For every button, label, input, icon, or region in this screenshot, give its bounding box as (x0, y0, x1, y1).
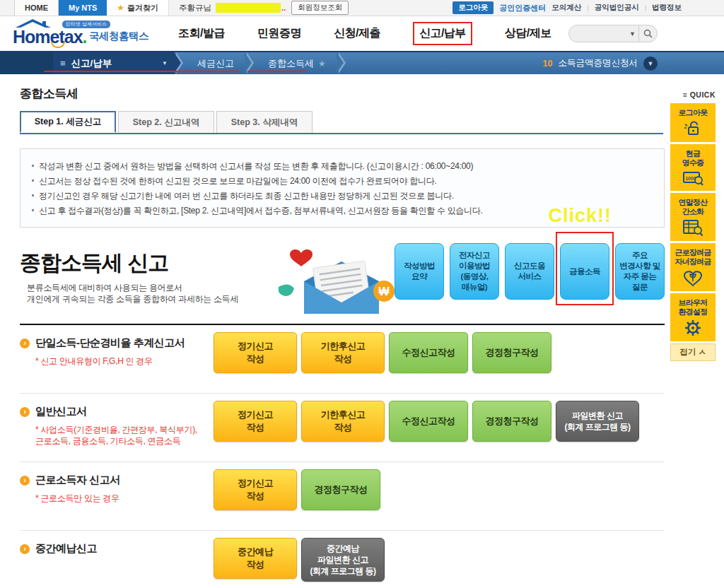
writing-method-summary-button[interactable]: 작성방법 요약 (395, 243, 444, 300)
my-nts-link[interactable]: My NTS (59, 0, 107, 16)
svg-text:₩: ₩ (378, 286, 390, 298)
nav-consult-report[interactable]: 상담/제보 (505, 26, 551, 41)
regular-report-button[interactable]: 정기신고 작성 (214, 469, 297, 510)
section-title: › 중간예납신고 (20, 542, 214, 555)
notice-line: 정기신고인 경우 해당 신고기한 내에 여러 번 신고를 하더라도 최종 신고한… (32, 189, 651, 204)
arrow-bullet-icon: › (20, 544, 30, 554)
expand-notice-button[interactable]: ▼ (643, 57, 658, 71)
hamburger-icon: ≡ (60, 58, 66, 69)
section-interim-prepayment: › 중간예납신고 중간예납 작성 중간예납 파일변환 신고 (회계 프로그램 등… (20, 531, 665, 588)
notice-rotator: 10 소득금액증명신청서 ▼ (543, 52, 724, 74)
regular-report-button[interactable]: 정기신고 작성 (214, 401, 297, 442)
red-underline-annotation (44, 71, 239, 72)
quick-cash-receipt[interactable]: 현금 영수증 1000 (670, 144, 716, 191)
nav-civil-cert[interactable]: 민원증명 (257, 26, 301, 41)
efiling-guide-button[interactable]: 전자신고 이용방법 (동영상, 매뉴얼) (450, 243, 499, 300)
top-utility-bar: HOME My NTS ★ 즐겨찾기 주황규님 .. 회원정보조회 로그아웃 공… (0, 0, 724, 16)
divider: | (587, 4, 588, 11)
caret-down-icon: ▼ (162, 60, 168, 66)
nav-inquiry-issue[interactable]: 조회/발급 (178, 26, 225, 41)
amended-report-button[interactable]: 수정신고작성 (389, 332, 468, 373)
favorites-link[interactable]: ★ 즐겨찾기 (107, 0, 169, 16)
correction-claim-button[interactable]: 경정청구작성 (301, 469, 380, 510)
arrow-bullet-icon: › (20, 339, 30, 348)
section-title: › 단일소득-단순경비율 추계신고서 (20, 336, 214, 350)
quick-browser-settings[interactable]: 브라우저 환경설정 (670, 293, 716, 341)
interim-file-conversion-button[interactable]: 중간예납 파일변환 신고 (회계 프로그램 등) (301, 538, 385, 582)
leaf-icon (279, 284, 294, 295)
quick-sidebar: ≡ QUICK 로그아웃 현금 영수증 1000 연말정산 간소화 (670, 90, 716, 361)
top-link-public-corp[interactable]: 공익법인공시 (595, 3, 639, 13)
cert-center-link[interactable]: 공인인증센터 (499, 3, 546, 13)
quick-year-end-simplify[interactable]: 연말정산 간소화 (670, 193, 716, 241)
quick-incentive[interactable]: 근로장려금 자녀장려금 (670, 243, 716, 291)
red-box-annotation (556, 232, 614, 305)
notice-line: 신고서는 정상 접수된 것에 한하여 신고된 것으로 보므로 마감일에는 24:… (32, 174, 651, 189)
correction-claim-button[interactable]: 경정청구작성 (472, 332, 551, 373)
hero-description: 분류소득세에 대비하여 사용되는 용어로서 개인에게 귀속되는 각종 소득을 종… (27, 282, 274, 305)
notice-line: 작성과 변환 신고 중에서 원하는 방법을 선택하여 신고서를 작성 또는 변환… (32, 159, 651, 174)
breadcrumb-bar: ≡ 신고/납부 ▼ 세금신고 종합소득세 ★ 10 소득금액증명신청서 ▼ (0, 51, 724, 74)
notice-box: 작성과 변환 신고 중에서 원하는 방법을 선택하여 신고서를 작성 또는 변환… (20, 148, 665, 228)
arrow-bullet-icon: › (20, 407, 30, 417)
file-conversion-report-button[interactable]: 파일변환 신고 (회계 프로그램 등) (556, 401, 639, 442)
logo-wordmark: Hometax. (13, 27, 87, 47)
report-help-service-button[interactable]: 신고도움 서비스 (505, 243, 554, 300)
correction-claim-button[interactable]: 경정청구작성 (472, 401, 551, 442)
nav-report-pay[interactable]: 신고/납부 (413, 22, 472, 45)
arrow-bullet-icon: › (20, 476, 30, 486)
quick-header[interactable]: ≡ QUICK (670, 90, 716, 99)
notice-text[interactable]: 소득금액증명신청서 (559, 57, 638, 69)
redaction-dots: .. (281, 4, 286, 12)
hero-button-group: 작성방법 요약 전자신고 이용방법 (동영상, 매뉴얼) 신고도움 서비스 금융… (395, 240, 665, 314)
notice-number: 10 (543, 59, 553, 69)
redacted-highlight (216, 3, 281, 13)
section-general-report: › 일반신고서 * 사업소득(기준경비율, 간편장부, 복식부기), 근로소득,… (20, 394, 665, 462)
chevron-separator (337, 52, 349, 74)
tab-step2-report-history[interactable]: Step 2. 신고내역 (118, 111, 214, 133)
chevron-down-icon[interactable]: ▼ (626, 30, 638, 37)
regular-report-button[interactable]: 정기신고 작성 (214, 332, 297, 373)
logo-korean-name: 국세청홈택스 (89, 30, 148, 43)
late-report-button[interactable]: 기한후신고 작성 (301, 332, 385, 373)
main-content: 종합소득세 Step 1. 세금신고 Step 2. 신고내역 Step 3. … (0, 86, 665, 588)
member-info-button[interactable]: 회원정보조회 (291, 1, 349, 15)
section-title: › 근로소득자 신고서 (20, 474, 214, 487)
section-note: * 근로소득만 있는 경우 (35, 493, 214, 504)
interim-prepayment-button[interactable]: 중간예납 작성 (214, 538, 297, 579)
page-title: 종합소득세 (20, 86, 665, 102)
main-header: 인터넷 납세서비스 Hometax. 국세청홈택스 조회/발급 민원증명 신청/… (0, 16, 724, 51)
top-link-simulation[interactable]: 모의계산 (551, 3, 581, 13)
step-tabs: Step 1. 세금신고 Step 2. 신고내역 Step 3. 삭제내역 (20, 111, 663, 134)
envelope-illustration: ₩ (274, 240, 395, 314)
nav-apply-submit[interactable]: 신청/제출 (334, 26, 380, 41)
section-note: * 신고 안내유형이 F,G,H 인 경우 (35, 355, 214, 367)
search-input[interactable] (569, 25, 626, 42)
tab-step1-tax-report[interactable]: Step 1. 세금신고 (20, 111, 116, 133)
major-changes-faq-button[interactable]: 주요 변경사항 및 자주 묻는 질문 (615, 243, 665, 300)
home-link[interactable]: HOME (14, 0, 59, 16)
section-wage-earner: › 근로소득자 신고서 * 근로소득만 있는 경우 정기신고 작성 경정청구작성 (20, 462, 665, 531)
simplify-sheet-icon (682, 218, 703, 237)
search-button[interactable] (638, 25, 657, 42)
hometax-logo[interactable]: 인터넷 납세서비스 Hometax. 국세청홈택스 (10, 18, 158, 49)
amended-report-button[interactable]: 수정신고작성 (389, 401, 468, 442)
cash-receipt-icon: 1000 (682, 170, 703, 187)
heart-icon (290, 249, 313, 266)
username-label: 주황규님 (179, 3, 211, 13)
income-tax-hero: 종합소득세 신고 분류소득세에 대비하여 사용되는 용어로서 개인에게 귀속되는… (20, 240, 665, 325)
late-report-button[interactable]: 기한후신고 작성 (301, 401, 385, 442)
section-title: › 일반신고서 (20, 405, 214, 418)
divider: | (645, 4, 646, 11)
logout-button[interactable]: 로그아웃 (452, 1, 494, 14)
bookmark-star-icon[interactable]: ★ (318, 59, 326, 69)
quick-logout[interactable]: 로그아웃 (670, 103, 716, 142)
search-box[interactable]: ▼ (568, 25, 658, 42)
top-link-law-info[interactable]: 법령정보 (652, 3, 682, 13)
incentive-heart-icon (683, 269, 703, 287)
menu-label: 신고/납부 (71, 57, 112, 70)
gear-icon (684, 319, 702, 337)
red-underline-annotation (247, 71, 307, 72)
quick-collapse-button[interactable]: 접기 ㅅ (670, 343, 716, 361)
tab-step3-delete-history[interactable]: Step 3. 삭제내역 (216, 111, 313, 133)
